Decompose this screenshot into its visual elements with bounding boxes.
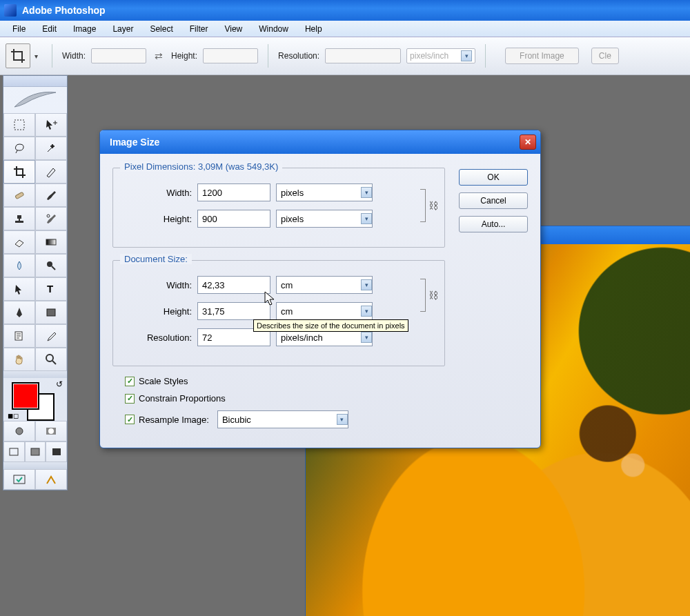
check-icon: ✓ [125, 394, 135, 404]
swap-dimensions-icon[interactable]: ⇄ [155, 50, 163, 61]
scale-styles-checkbox[interactable]: ✓ Scale Styles [125, 376, 445, 386]
quickmask-mode-button[interactable] [35, 421, 67, 441]
jump-to-imageready-button[interactable] [3, 469, 35, 490]
menu-file[interactable]: File [4, 22, 34, 36]
tool-path-select[interactable] [3, 277, 35, 301]
screenmode-full-button[interactable] [46, 441, 67, 462]
doc-width-unit-select[interactable]: cm ▾ [276, 276, 373, 294]
options-height-input[interactable] [203, 48, 258, 63]
px-width-label: Width: [123, 188, 192, 198]
chevron-down-icon: ▾ [361, 279, 372, 290]
svg-rect-14 [52, 448, 61, 455]
tool-eraser[interactable] [3, 230, 35, 254]
svg-rect-15 [14, 475, 25, 484]
tool-preset-dropdown-icon[interactable]: ▾ [34, 52, 38, 60]
tools-panel-header[interactable] [3, 76, 67, 87]
options-bar: ▾ Width: ⇄ Height: Resolution: pixels/in… [0, 37, 690, 75]
menu-edit[interactable]: Edit [34, 22, 65, 36]
screenmode-full-menubar-button[interactable] [25, 441, 46, 462]
options-resolution-unit-select[interactable]: pixels/inch ▾ [406, 48, 475, 63]
standard-mode-button[interactable] [3, 421, 35, 441]
svg-text:T: T [47, 283, 53, 295]
px-height-unit-select[interactable]: pixels ▾ [276, 210, 373, 228]
tool-shape[interactable] [35, 301, 67, 324]
svg-point-2 [47, 215, 50, 217]
px-height-unit-value: pixels [281, 214, 304, 224]
options-resolution-unit-value: pixels/inch [410, 51, 448, 61]
chevron-down-icon: ▾ [361, 306, 372, 317]
link-dimensions-icon: ⛓ [424, 189, 435, 222]
ok-button[interactable]: OK [459, 169, 528, 186]
screenmode-std-button[interactable] [3, 441, 25, 462]
doc-width-input[interactable] [197, 276, 270, 294]
clear-button[interactable]: Cle [591, 48, 619, 64]
tools-panel[interactable]: T ◼◻ ↺ [3, 75, 68, 490]
options-width-input[interactable] [91, 48, 146, 63]
check-icon: ✓ [125, 377, 135, 386]
tool-history-brush[interactable] [35, 207, 67, 230]
options-resolution-label: Resolution: [278, 51, 319, 61]
auto-button[interactable]: Auto... [459, 216, 528, 232]
tool-dodge[interactable] [35, 254, 67, 277]
tool-gradient[interactable] [35, 230, 67, 254]
options-resolution-input[interactable] [325, 48, 401, 63]
svg-point-4 [47, 261, 52, 267]
menu-image[interactable]: Image [65, 22, 104, 36]
menu-view[interactable]: View [216, 22, 250, 36]
svg-rect-12 [10, 448, 18, 455]
tool-eyedropper[interactable] [35, 324, 67, 348]
resample-image-checkbox[interactable]: ✓ Resample Image: Bicubic ▾ [125, 410, 445, 428]
front-image-button[interactable]: Front Image [505, 48, 579, 64]
default-colors-icon[interactable]: ◼◻ [8, 412, 19, 419]
color-swatch[interactable]: ◼◻ ↺ [3, 378, 67, 421]
menu-window[interactable]: Window [250, 22, 297, 36]
tool-slice[interactable] [35, 160, 67, 183]
tool-brush[interactable] [35, 183, 67, 207]
px-width-input[interactable] [197, 183, 270, 201]
tool-lasso[interactable] [3, 137, 35, 160]
menu-layer[interactable]: Layer [104, 22, 141, 36]
tool-pen[interactable] [3, 301, 35, 324]
crop-tool-icon[interactable] [6, 43, 30, 68]
menu-select[interactable]: Select [141, 22, 181, 36]
tool-move[interactable] [35, 113, 67, 137]
doc-height-label: Height: [123, 306, 192, 317]
app-title: Adobe Photoshop [22, 5, 106, 16]
foreground-color[interactable] [12, 382, 39, 410]
tool-wand[interactable] [35, 137, 67, 160]
tool-stamp[interactable] [3, 207, 35, 230]
resample-method-value: Bicubic [222, 415, 251, 425]
px-width-unit-select[interactable]: pixels ▾ [276, 183, 373, 201]
tool-type[interactable]: T [35, 277, 67, 301]
constrain-proportions-checkbox[interactable]: ✓ Constrain Proportions [125, 393, 445, 404]
svg-rect-1 [15, 192, 24, 199]
doc-height-input[interactable] [197, 302, 270, 320]
doc-height-unit-select[interactable]: cm ▾ [276, 302, 373, 320]
close-button[interactable]: ✕ [520, 135, 536, 150]
px-height-input[interactable] [197, 210, 270, 228]
svg-rect-13 [31, 448, 39, 455]
tool-hand[interactable] [3, 348, 35, 371]
swap-colors-icon[interactable]: ↺ [56, 379, 63, 389]
cancel-button[interactable]: Cancel [459, 192, 528, 209]
chevron-down-icon: ▾ [337, 414, 348, 425]
tool-zoom[interactable] [35, 348, 67, 371]
jump-to-bridge-button[interactable] [35, 469, 67, 490]
separator [52, 44, 52, 68]
options-width-label: Width: [62, 51, 86, 61]
chevron-down-icon: ▾ [361, 187, 372, 198]
tool-heal[interactable] [3, 183, 35, 207]
tool-blur[interactable] [3, 254, 35, 277]
tool-notes[interactable] [3, 324, 35, 348]
menu-help[interactable]: Help [297, 22, 331, 36]
menu-filter[interactable]: Filter [181, 22, 217, 36]
chevron-down-icon: ▾ [361, 332, 372, 343]
tooltip: Describes the size of the document in pi… [253, 319, 408, 332]
svg-rect-0 [14, 120, 24, 130]
dialog-titlebar[interactable]: Image Size ✕ [100, 130, 540, 154]
svg-point-9 [16, 428, 23, 435]
resample-method-select[interactable]: Bicubic ▾ [217, 410, 348, 428]
tool-crop[interactable] [3, 160, 35, 183]
document-size-legend: Document Size: [120, 254, 192, 264]
tool-marquee[interactable] [3, 113, 35, 137]
